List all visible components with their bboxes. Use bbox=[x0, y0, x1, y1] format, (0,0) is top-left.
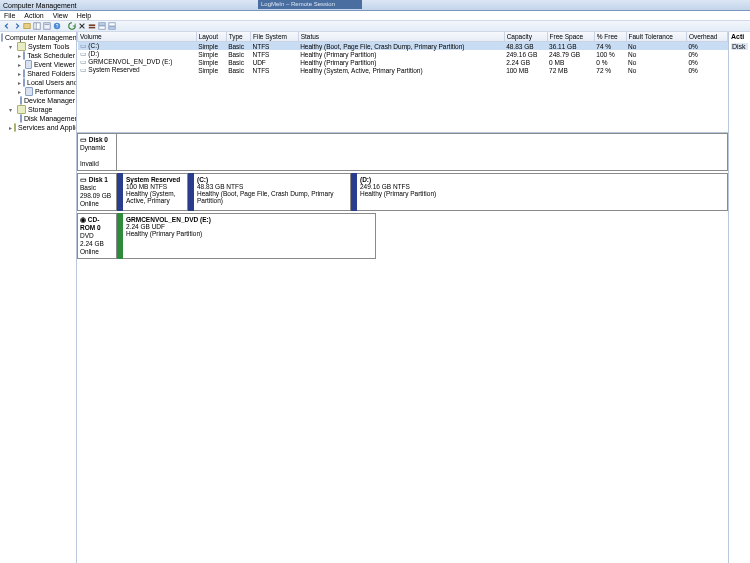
device-icon bbox=[20, 96, 22, 105]
svg-rect-1 bbox=[33, 23, 39, 29]
col-type[interactable]: Type bbox=[226, 32, 250, 42]
menubar: File Action View Help bbox=[0, 11, 750, 20]
disk-row-0[interactable]: ▭ Disk 0 Dynamic Invalid bbox=[77, 133, 728, 171]
table-row[interactable]: ▭ GRMCENVOL_EN_DVD (E:)SimpleBasicUDFHea… bbox=[78, 58, 728, 66]
expand-icon[interactable]: ▸ bbox=[18, 53, 21, 59]
table-cell: 0 MB bbox=[547, 58, 594, 66]
forward-icon[interactable] bbox=[12, 22, 21, 31]
table-cell: 0 % bbox=[594, 58, 626, 66]
tree-event-viewer[interactable]: ▸Event Viewer bbox=[1, 60, 75, 69]
tree-shared-folders[interactable]: ▸Shared Folders bbox=[1, 69, 75, 78]
table-cell: Simple bbox=[196, 66, 226, 74]
svg-rect-11 bbox=[108, 23, 114, 26]
tree-disk-management[interactable]: Disk Management bbox=[1, 114, 75, 123]
expand-icon[interactable]: ▸ bbox=[9, 125, 12, 131]
tree-root[interactable]: Computer Management (Local) bbox=[1, 33, 75, 42]
disk-size: 2.24 GB bbox=[80, 240, 114, 248]
tree-task-scheduler[interactable]: ▸Task Scheduler bbox=[1, 51, 75, 60]
table-cell: 72 MB bbox=[547, 66, 594, 74]
expand-icon[interactable]: ▸ bbox=[18, 71, 21, 77]
col-fault[interactable]: Fault Tolerance bbox=[626, 32, 686, 42]
tree-system-tools[interactable]: ▾System Tools bbox=[1, 42, 75, 51]
expand-icon[interactable]: ▸ bbox=[18, 89, 23, 95]
help-icon[interactable]: ? bbox=[52, 22, 61, 31]
disk-status: Invalid bbox=[80, 160, 114, 168]
disk-row-cdrom[interactable]: ◉ CD-ROM 0 DVD 2.24 GB Online GRMCENVOL_… bbox=[77, 213, 728, 259]
users-icon bbox=[23, 78, 25, 87]
volume-name-cell: ▭ (D:) bbox=[78, 50, 197, 58]
partition-system-reserved[interactable]: System Reserved 100 MB NTFS Healthy (Sys… bbox=[123, 173, 188, 211]
col-pct[interactable]: % Free bbox=[594, 32, 626, 42]
volume-icon: ▭ bbox=[80, 50, 89, 57]
collapse-icon[interactable]: ▾ bbox=[9, 107, 15, 113]
tree-device-manager[interactable]: Device Manager bbox=[1, 96, 75, 105]
table-cell: 72 % bbox=[594, 66, 626, 74]
menu-action[interactable]: Action bbox=[24, 12, 43, 19]
expand-icon[interactable]: ▸ bbox=[18, 80, 21, 86]
partition-d[interactable]: (D:) 249.16 GB NTFS Healthy (Primary Par… bbox=[357, 173, 728, 211]
up-icon[interactable] bbox=[22, 22, 31, 31]
disk-header: ◉ CD-ROM 0 DVD 2.24 GB Online bbox=[77, 213, 117, 259]
svg-rect-10 bbox=[98, 26, 104, 29]
svg-rect-9 bbox=[98, 23, 104, 25]
volume-icon: ▭ bbox=[80, 58, 89, 65]
disk-icon: ▭ bbox=[80, 136, 87, 143]
col-fs[interactable]: File System bbox=[250, 32, 298, 42]
col-capacity[interactable]: Capacity bbox=[504, 32, 547, 42]
table-cell: 0% bbox=[686, 58, 727, 66]
table-cell: No bbox=[626, 42, 686, 51]
table-cell: 0% bbox=[686, 50, 727, 58]
table-cell: Healthy (Boot, Page File, Crash Dump, Pr… bbox=[298, 42, 504, 51]
expand-icon[interactable]: ▸ bbox=[18, 62, 23, 68]
properties-icon[interactable] bbox=[42, 22, 51, 31]
col-free[interactable]: Free Space bbox=[547, 32, 594, 42]
col-status[interactable]: Status bbox=[298, 32, 504, 42]
table-cell: 249.16 GB bbox=[504, 50, 547, 58]
col-overhead[interactable]: Overhead bbox=[686, 32, 727, 42]
tree-storage[interactable]: ▾Storage bbox=[1, 105, 75, 114]
disk-size: 298.09 GB bbox=[80, 192, 114, 200]
collapse-icon[interactable]: ▾ bbox=[9, 44, 15, 50]
folder-icon bbox=[17, 105, 26, 114]
main-pane: Volume Layout Type File System Status Ca… bbox=[77, 32, 729, 563]
unallocated-space[interactable] bbox=[117, 133, 728, 171]
perf-icon bbox=[25, 87, 33, 96]
settings-icon[interactable] bbox=[87, 22, 96, 31]
delete-icon[interactable] bbox=[77, 22, 86, 31]
actions-item[interactable]: Disk bbox=[731, 43, 748, 50]
disk-row-1[interactable]: ▭ Disk 1 Basic 298.09 GB Online System R… bbox=[77, 173, 728, 211]
table-empty-space bbox=[77, 74, 728, 132]
table-cell: 100 % bbox=[594, 50, 626, 58]
disk-type: DVD bbox=[80, 232, 114, 240]
col-volume[interactable]: Volume bbox=[78, 32, 197, 42]
show-hide-tree-icon[interactable] bbox=[32, 22, 41, 31]
disk-header: ▭ Disk 0 Dynamic Invalid bbox=[77, 133, 117, 171]
table-row[interactable]: ▭ System ReservedSimpleBasicNTFSHealthy … bbox=[78, 66, 728, 74]
menu-file[interactable]: File bbox=[4, 12, 15, 19]
volume-name-cell: ▭ System Reserved bbox=[78, 66, 197, 74]
scheduler-icon bbox=[23, 51, 25, 60]
table-cell: 36.11 GB bbox=[547, 42, 594, 51]
actions-pane: Acti Disk bbox=[729, 32, 750, 563]
tree-local-users[interactable]: ▸Local Users and Groups bbox=[1, 78, 75, 87]
volume-name-cell: ▭ GRMCENVOL_EN_DVD (E:) bbox=[78, 58, 197, 66]
table-row[interactable]: ▭ (D:)SimpleBasicNTFSHealthy (Primary Pa… bbox=[78, 50, 728, 58]
menu-view[interactable]: View bbox=[53, 12, 68, 19]
partition-dvd[interactable]: GRMCENVOL_EN_DVD (E:) 2.24 GB UDF Health… bbox=[123, 213, 376, 259]
col-layout[interactable]: Layout bbox=[196, 32, 226, 42]
list-top-icon[interactable] bbox=[97, 22, 106, 31]
svg-rect-7 bbox=[88, 24, 94, 26]
volume-icon: ▭ bbox=[80, 42, 89, 49]
list-bottom-icon[interactable] bbox=[107, 22, 116, 31]
back-icon[interactable] bbox=[2, 22, 11, 31]
table-cell: 2.24 GB bbox=[504, 58, 547, 66]
remote-session-bar[interactable]: LogMeIn – Remote Session bbox=[258, 0, 362, 9]
tree-services-apps[interactable]: ▸Services and Applications bbox=[1, 123, 75, 132]
menu-help[interactable]: Help bbox=[77, 12, 91, 19]
tree-performance[interactable]: ▸Performance bbox=[1, 87, 75, 96]
actions-header: Acti bbox=[731, 33, 748, 40]
refresh-icon[interactable] bbox=[67, 22, 76, 31]
disk-graphical-pane: ▭ Disk 0 Dynamic Invalid ▭ Disk 1 Basic … bbox=[77, 132, 728, 563]
partition-c[interactable]: (C:) 48.83 GB NTFS Healthy (Boot, Page F… bbox=[194, 173, 351, 211]
table-row[interactable]: ▭ (C:)SimpleBasicNTFSHealthy (Boot, Page… bbox=[78, 42, 728, 51]
